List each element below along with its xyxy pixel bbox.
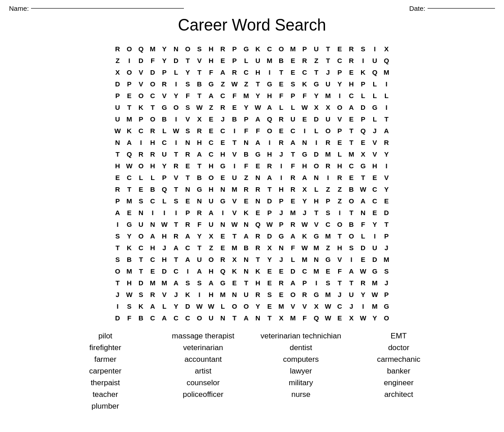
grid-cell: G bbox=[276, 230, 287, 242]
grid-cell: O bbox=[194, 312, 205, 324]
grid-cell: T bbox=[241, 277, 252, 288]
grid-cell: Z bbox=[217, 78, 229, 90]
grid-cell: E bbox=[112, 171, 124, 183]
grid-cell: G bbox=[311, 230, 322, 242]
grid-cell: N bbox=[311, 171, 322, 183]
grid-cell: Z bbox=[205, 242, 217, 253]
grid-cell: W bbox=[357, 265, 369, 277]
grid-cell: R bbox=[276, 277, 287, 288]
grid-cell: N bbox=[299, 136, 311, 148]
grid-cell: C bbox=[241, 66, 252, 78]
grid-cell: Z bbox=[334, 183, 346, 195]
grid-cell: G bbox=[381, 300, 392, 312]
grid-cell: O bbox=[311, 160, 322, 171]
word-list: pilotfirefighterfarmercarpentertherpaist… bbox=[50, 332, 455, 411]
grid-cell: E bbox=[217, 136, 229, 148]
word-item: policeofficer bbox=[156, 390, 250, 399]
grid-cell: G bbox=[217, 160, 229, 171]
grid-cell: V bbox=[311, 218, 322, 230]
grid-cell: N bbox=[217, 312, 229, 324]
grid-cell: D bbox=[264, 195, 276, 207]
grid-cell: T bbox=[170, 253, 182, 265]
grid-cell: U bbox=[369, 54, 381, 66]
grid-cell: H bbox=[334, 242, 346, 253]
grid-cell: P bbox=[334, 125, 346, 136]
grid-cell: C bbox=[217, 90, 229, 101]
grid-cell: U bbox=[205, 195, 217, 207]
grid-cell: K bbox=[299, 78, 311, 90]
grid-cell: J bbox=[170, 288, 182, 300]
grid-cell: Z bbox=[241, 78, 252, 90]
grid-cell: R bbox=[252, 242, 264, 253]
grid-cell: C bbox=[135, 125, 147, 136]
grid-cell: P bbox=[381, 288, 392, 300]
grid-cell: X bbox=[357, 148, 369, 160]
grid-cell: Y bbox=[357, 288, 369, 300]
grid-cell: T bbox=[170, 183, 182, 195]
grid-cell: J bbox=[381, 242, 392, 253]
grid-cell: S bbox=[124, 300, 135, 312]
grid-cell: C bbox=[217, 125, 229, 136]
grid-cell: S bbox=[346, 242, 357, 253]
grid-cell: G bbox=[299, 148, 311, 160]
grid-cell: H bbox=[112, 160, 124, 171]
grid-cell: P bbox=[182, 207, 194, 218]
grid-cell: W bbox=[124, 288, 135, 300]
grid-cell: C bbox=[205, 136, 217, 148]
grid-cell: K bbox=[299, 230, 311, 242]
grid-cell: I bbox=[170, 78, 182, 90]
grid-cell: E bbox=[287, 54, 299, 66]
grid-cell: C bbox=[287, 125, 299, 136]
grid-cell: R bbox=[147, 125, 159, 136]
grid-cell: A bbox=[194, 265, 205, 277]
grid-cell: Y bbox=[170, 300, 182, 312]
grid-cell: B bbox=[346, 218, 357, 230]
grid-cell: U bbox=[369, 242, 381, 253]
grid-cell: K bbox=[252, 265, 264, 277]
grid-cell: X bbox=[346, 312, 357, 324]
grid-cell: D bbox=[135, 54, 147, 66]
grid-cell: N bbox=[357, 207, 369, 218]
grid-cell: Z bbox=[311, 54, 322, 66]
grid-cell: R bbox=[170, 230, 182, 242]
grid-cell: C bbox=[369, 183, 381, 195]
grid-cell: I bbox=[147, 207, 159, 218]
word-item: banker bbox=[352, 367, 446, 376]
grid-cell: F bbox=[182, 90, 194, 101]
grid-cell: P bbox=[322, 195, 334, 207]
grid-cell: V bbox=[299, 300, 311, 312]
grid-cell: R bbox=[322, 136, 334, 148]
word-item: veterinarian technichian bbox=[254, 332, 348, 341]
grid-cell: B bbox=[346, 183, 357, 195]
grid-cell: R bbox=[241, 183, 252, 195]
grid-cell: R bbox=[112, 183, 124, 195]
grid-cell: F bbox=[299, 312, 311, 324]
grid-cell: E bbox=[276, 288, 287, 300]
grid-cell: N bbox=[229, 288, 241, 300]
grid-cell: T bbox=[182, 54, 194, 66]
grid-cell: X bbox=[264, 242, 276, 253]
grid-cell: Y bbox=[334, 78, 346, 90]
grid-cell: M bbox=[287, 43, 299, 54]
grid-cell: O bbox=[346, 230, 357, 242]
grid-cell: O bbox=[135, 160, 147, 171]
grid-cell: G bbox=[369, 101, 381, 113]
grid-cell: M bbox=[369, 300, 381, 312]
word-item: pilot bbox=[59, 332, 152, 341]
grid-cell: A bbox=[217, 66, 229, 78]
grid-cell: Y bbox=[182, 66, 194, 78]
grid-cell: Y bbox=[369, 312, 381, 324]
grid-cell: U bbox=[346, 288, 357, 300]
grid-cell: O bbox=[124, 43, 135, 54]
grid-cell: D bbox=[112, 312, 124, 324]
word-item: carpenter bbox=[59, 367, 152, 376]
grid-cell: B bbox=[124, 253, 135, 265]
grid-cell: H bbox=[205, 288, 217, 300]
grid-cell: T bbox=[194, 160, 205, 171]
grid-cell: T bbox=[252, 78, 264, 90]
grid-cell: N bbox=[170, 43, 182, 54]
grid-cell: T bbox=[381, 113, 392, 125]
grid-cell: Y bbox=[159, 54, 170, 66]
grid-cell: V bbox=[287, 300, 299, 312]
grid-cell: A bbox=[287, 230, 299, 242]
